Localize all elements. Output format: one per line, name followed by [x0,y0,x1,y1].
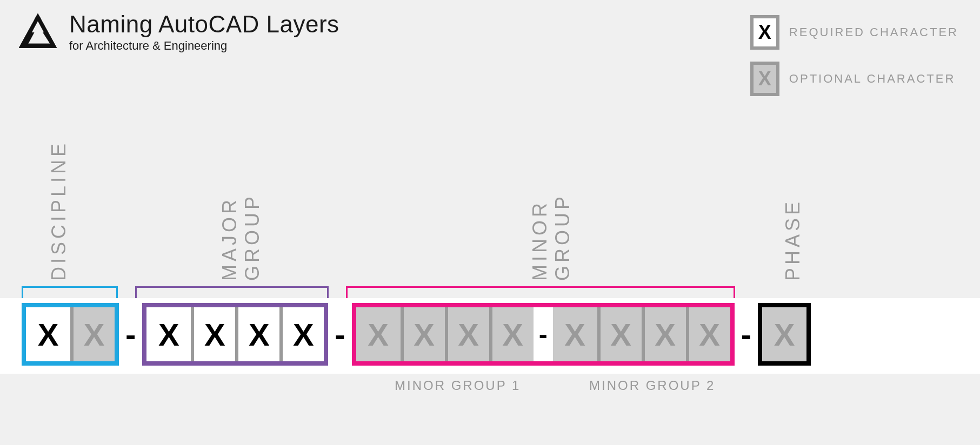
sublabel-minor1: MINOR GROUP 1 [395,378,521,393]
legend-optional-box: X [750,62,779,96]
major-char-3: X [235,307,279,361]
minor2-char-3: X [642,307,686,361]
minor2-char-4: X [686,307,730,361]
penrose-triangle-icon [16,11,59,54]
legend-optional-row: X OPTIONAL CHARACTER [750,62,958,96]
sublabel-minor2: MINOR GROUP 2 [589,378,715,393]
group-minor: X X X X - X X X X [352,303,735,366]
section-labels: DISCIPLINE MAJOR GROUP MINOR GROUP PHASE [0,108,980,281]
group-major: X X X X [142,303,328,366]
group-phase: X [758,303,811,366]
label-discipline: DISCIPLINE [48,140,70,281]
group-discipline: X X [22,303,119,366]
minor2-char-2: X [597,307,642,361]
discipline-char-2: X [70,307,115,361]
page-subtitle: for Architecture & Engineering [69,39,339,53]
major-char-2: X [191,307,235,361]
layer-name-track: X X - X X X X - X X X X - X X X X - X [22,301,811,367]
major-char-4: X [279,307,324,361]
minor1-char-3: X [445,307,489,361]
legend-required-label: REQUIRED CHARACTER [789,25,958,39]
label-minor: MINOR GROUP [529,108,574,281]
bracket-major [135,286,329,299]
minor1-char-2: X [401,307,445,361]
legend-required-row: X REQUIRED CHARACTER [750,15,958,50]
legend-optional-label: OPTIONAL CHARACTER [789,72,955,86]
legend-required-box: X [750,15,779,50]
separator-1: - [119,316,142,353]
separator-inner: - [539,320,548,349]
discipline-char-1: X [26,307,70,361]
label-major: MAJOR GROUP [218,108,264,281]
bracket-minor [346,286,735,299]
header: Naming AutoCAD Layers for Architecture &… [16,11,339,54]
legend: X REQUIRED CHARACTER X OPTIONAL CHARACTE… [750,15,958,108]
minor-inner-gap: - [534,307,553,361]
separator-3: - [735,316,758,353]
bracket-discipline [22,286,118,299]
title-block: Naming AutoCAD Layers for Architecture &… [69,11,339,53]
label-phase: PHASE [782,199,804,281]
minor2-char-1: X [553,307,597,361]
separator-2: - [328,316,351,353]
minor1-char-4: X [489,307,534,361]
page-title: Naming AutoCAD Layers [69,11,339,38]
major-char-1: X [146,307,191,361]
minor1-char-1: X [356,307,401,361]
phase-char-1: X [762,307,806,361]
